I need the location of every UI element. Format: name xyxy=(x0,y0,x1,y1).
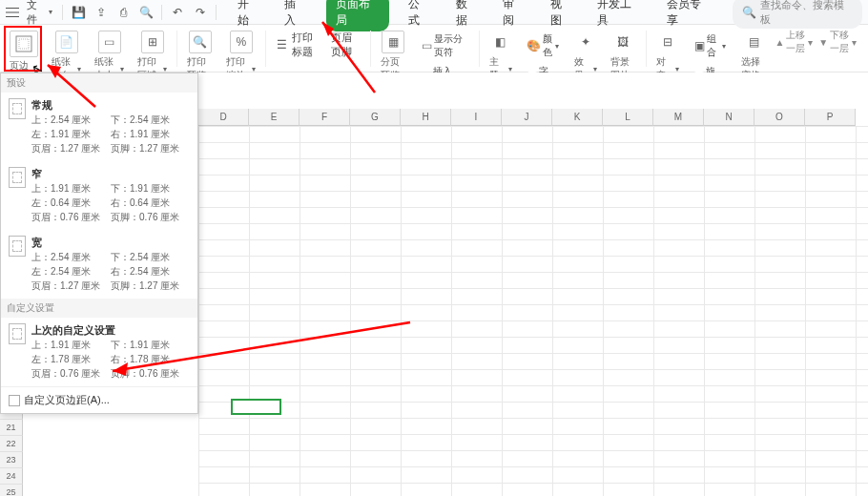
header-footer-button[interactable]: 页眉页脚 xyxy=(325,29,365,61)
chevron-down-icon: ▾ xyxy=(722,42,726,51)
row-header[interactable]: 25 xyxy=(0,485,23,496)
row-header[interactable]: 24 xyxy=(0,468,23,485)
tab-home[interactable]: 开始 xyxy=(232,0,265,31)
ribbon-tabs: 开始 插入 页面布局 公式 数据 审阅 视图 开发工具 会员专享 xyxy=(232,0,717,31)
file-menu-button[interactable]: 文件 ▾ xyxy=(23,0,57,29)
col-header[interactable]: H xyxy=(401,109,451,126)
print-area-icon: ⊞ xyxy=(141,31,164,53)
active-cell[interactable] xyxy=(231,399,281,415)
bring-forward-label: 上移一层 xyxy=(786,29,806,55)
tab-formulas[interactable]: 公式 xyxy=(403,0,436,31)
col-header[interactable]: G xyxy=(350,109,401,126)
colors-button[interactable]: 🎨颜色▾ xyxy=(524,31,563,61)
tab-view[interactable]: 视图 xyxy=(545,0,578,31)
preset-value: 右：1.78 厘米 xyxy=(111,352,190,366)
share-icon[interactable]: ⇪ xyxy=(92,4,111,21)
show-breaks-label: 显示分页符 xyxy=(434,32,467,59)
tab-data[interactable]: 数据 xyxy=(450,0,484,31)
col-header[interactable]: F xyxy=(300,109,350,126)
chevron-down-icon: ▾ xyxy=(49,8,52,16)
col-header[interactable]: J xyxy=(502,109,552,126)
preset-last-custom[interactable]: 上次的自定义设置 上：1.91 厘米 下：1.91 厘米 左：1.78 厘米 右… xyxy=(1,318,197,386)
title-bar: 文件 ▾ 💾 ⇪ ⎙ 🔍 ↶ ↷ 开始 插入 页面布局 公式 数据 审阅 视图 … xyxy=(0,0,868,25)
col-header[interactable]: D xyxy=(198,109,249,126)
preset-value: 页眉：0.76 厘米 xyxy=(31,210,111,224)
preset-value: 上：2.54 厘米 xyxy=(31,113,111,127)
separator xyxy=(176,31,177,67)
header-footer-label: 页眉页脚 xyxy=(331,31,360,59)
preset-value: 右：1.91 厘米 xyxy=(111,127,190,141)
print-preview-icon[interactable]: 🔍 xyxy=(137,4,156,21)
preset-normal[interactable]: 常规 上：2.54 厘米 下：2.54 厘米 左：1.91 厘米 右：1.91 … xyxy=(1,93,197,161)
preset-value: 下：2.54 厘米 xyxy=(111,113,190,127)
preset-value: 下：1.91 厘米 xyxy=(111,338,190,352)
preset-value: 右：0.64 厘米 xyxy=(111,196,190,210)
print-titles-icon: ☰ xyxy=(274,33,289,56)
margins-dropdown: 预设 常规 上：2.54 厘米 下：2.54 厘米 左：1.91 厘米 右：1.… xyxy=(0,72,198,414)
print-icon[interactable]: ⎙ xyxy=(114,4,134,21)
separator xyxy=(265,31,266,67)
group-label: 组合 xyxy=(707,32,719,59)
separator xyxy=(646,31,647,67)
bring-forward-button[interactable]: ▲上移一层▾ xyxy=(775,29,814,55)
column-headers: D E F G H I J K L M N O P xyxy=(198,109,868,126)
tab-page-layout[interactable]: 页面布局 xyxy=(326,0,390,31)
custom-margins-label: 自定义页边距(A)... xyxy=(24,393,110,407)
preset-value: 页脚：0.76 厘米 xyxy=(111,366,190,381)
col-header[interactable]: E xyxy=(249,109,300,126)
colors-label: 颜色 xyxy=(543,32,552,59)
send-backward-button[interactable]: ▼下移一层▾ xyxy=(818,29,857,55)
row-header[interactable]: 22 xyxy=(0,436,23,452)
svg-rect-0 xyxy=(16,36,31,52)
svg-rect-1 xyxy=(19,39,29,49)
search-box[interactable]: 🔍 查找命令、搜索模板 xyxy=(733,0,862,29)
page-break-preview-icon: ▦ xyxy=(382,31,404,53)
print-titles-button[interactable]: ☰ 打印标题 xyxy=(270,29,323,61)
preset-value: 页脚：1.27 厘米 xyxy=(111,279,190,293)
col-header[interactable]: L xyxy=(603,109,653,126)
col-header[interactable]: I xyxy=(451,109,502,126)
col-header[interactable]: N xyxy=(704,109,754,126)
separator xyxy=(479,31,480,67)
preset-value: 右：2.54 厘米 xyxy=(111,264,190,279)
group-button[interactable]: ▣组合▾ xyxy=(691,31,730,61)
custom-margins-link[interactable]: 自定义页边距(A)... xyxy=(1,386,197,413)
preset-narrow[interactable]: 窄 上：1.91 厘米 下：1.91 厘米 左：0.64 厘米 右：0.64 厘… xyxy=(1,161,197,230)
preset-header: 预设 xyxy=(1,73,197,93)
preset-value: 页脚：1.27 厘米 xyxy=(111,141,190,155)
preset-icon xyxy=(9,323,26,344)
separator xyxy=(370,31,371,67)
preset-name: 窄 xyxy=(31,167,190,181)
print-preview-icon: 🔍 xyxy=(189,31,212,53)
preset-value: 左：2.54 厘米 xyxy=(31,264,111,279)
preset-name: 上次的自定义设置 xyxy=(31,323,190,338)
preset-value: 左：1.91 厘米 xyxy=(31,127,111,141)
preset-value: 下：2.54 厘米 xyxy=(111,250,190,264)
tab-developer[interactable]: 开发工具 xyxy=(591,0,648,31)
row-header[interactable]: 23 xyxy=(0,452,23,468)
app-menu-icon[interactable] xyxy=(6,8,19,17)
align-icon: ⊟ xyxy=(656,31,679,53)
ribbon-right: ▲上移一层▾ ▼下移一层▾ xyxy=(775,29,864,55)
preset-value: 下：1.91 厘米 xyxy=(111,181,190,196)
preset-wide[interactable]: 宽 上：2.54 厘米 下：2.54 厘米 左：2.54 厘米 右：2.54 厘… xyxy=(1,230,197,299)
tab-member[interactable]: 会员专享 xyxy=(661,0,717,31)
preset-value: 上：1.91 厘米 xyxy=(31,338,111,352)
row-header[interactable]: 21 xyxy=(0,420,23,436)
col-header[interactable]: K xyxy=(552,109,603,126)
col-header[interactable]: O xyxy=(754,109,805,126)
print-titles-label: 打印标题 xyxy=(292,31,320,59)
cell-grid[interactable] xyxy=(198,126,868,496)
show-breaks-button[interactable]: ▭显示分页符 xyxy=(418,31,471,61)
preset-value: 左：1.78 厘米 xyxy=(31,352,111,366)
col-header[interactable]: M xyxy=(653,109,704,126)
colors-icon: 🎨 xyxy=(527,39,541,52)
group-icon: ▣ xyxy=(694,39,705,52)
tab-insert[interactable]: 插入 xyxy=(279,0,312,31)
tab-review[interactable]: 审阅 xyxy=(497,0,530,31)
undo-icon[interactable]: ↶ xyxy=(168,4,187,21)
col-header[interactable]: P xyxy=(805,109,856,126)
redo-icon[interactable]: ↷ xyxy=(191,4,210,21)
preset-value: 上：1.91 厘米 xyxy=(31,181,111,196)
save-icon[interactable]: 💾 xyxy=(69,4,88,21)
